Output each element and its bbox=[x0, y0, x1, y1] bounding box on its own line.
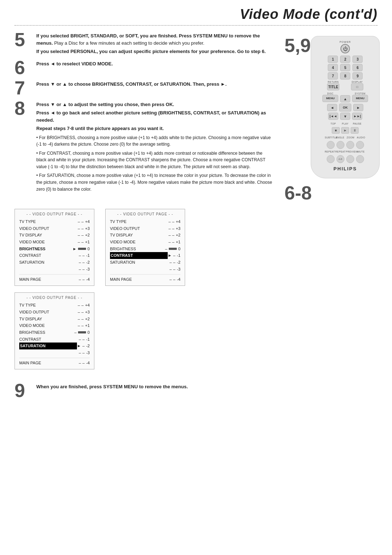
philips-logo: PHILIPS bbox=[334, 166, 357, 171]
menu3-row-brightness: BRIGHTNESS – 0 bbox=[19, 329, 90, 336]
menu2-row-videomode: VIDEO MODE ––+1 bbox=[110, 239, 180, 246]
circle-labels: SUBTITLE ANGLE ZOOM AUDIO bbox=[315, 136, 376, 139]
power-label: POWER bbox=[339, 41, 351, 43]
remote-column: 5,9 POWER ⏻ 1 2 3 4 bbox=[283, 32, 377, 202]
btn-4[interactable]: 4 bbox=[328, 64, 338, 71]
power-button[interactable]: ⏻ bbox=[340, 44, 350, 53]
btn-play[interactable]: ► bbox=[341, 127, 349, 134]
menu1-separator bbox=[19, 274, 90, 275]
btn-skip-back[interactable]: |◄◄ bbox=[328, 113, 338, 120]
menu1-row-tvdisplay: TV DISPLAY ––+2 bbox=[19, 232, 90, 239]
btn-audio[interactable] bbox=[356, 141, 364, 149]
btn-preview[interactable] bbox=[346, 155, 354, 163]
brightness-bar-3 bbox=[78, 331, 86, 333]
step-9: 9 When you are finished, press SYSTEM ME… bbox=[15, 383, 377, 400]
step-8-text3: Repeat steps 7-8 until the picture appea… bbox=[36, 125, 272, 132]
btn-return[interactable]: TITLE bbox=[327, 83, 339, 90]
menu2-row-empty: ––-3 bbox=[110, 266, 180, 273]
btn-pause[interactable]: ⏸ bbox=[351, 127, 359, 134]
dpad-row: ◄ OK ► bbox=[315, 104, 376, 112]
menu1-row-videooutput: VIDEO OUTPUT ––+3 bbox=[19, 225, 90, 232]
step-9-number: 9 bbox=[15, 381, 33, 400]
step-5-text2: If you selected PERSONAL, you can adjust… bbox=[36, 48, 272, 55]
btn-repeat[interactable] bbox=[327, 155, 335, 163]
step-6: 6 Press ◄ to reselect VIDEO MODE. bbox=[15, 60, 272, 77]
step-6-content: Press ◄ to reselect VIDEO MODE. bbox=[36, 60, 272, 69]
main-content: 5 If you selected BRIGHT, STANDARD, or S… bbox=[0, 26, 392, 202]
dpad-down-row: |◄◄ ▼ ►►| bbox=[315, 113, 376, 120]
btn-ok[interactable]: OK bbox=[339, 104, 351, 112]
btn-right[interactable]: ► bbox=[353, 104, 363, 111]
btn-angle[interactable] bbox=[336, 141, 344, 149]
step-5-number: 5 bbox=[15, 30, 33, 49]
btn-system-menu[interactable]: MENU bbox=[352, 95, 368, 102]
remote-wrapper: 5,9 POWER ⏻ 1 2 3 4 bbox=[281, 36, 380, 202]
btn-skip-fwd[interactable]: ►►| bbox=[352, 113, 362, 120]
btn-mute[interactable] bbox=[356, 155, 364, 163]
step-5: 5 If you selected BRIGHT, STANDARD, or S… bbox=[15, 32, 272, 57]
menu1-row-brightness: BRIGHTNESS ► 0 bbox=[19, 246, 90, 252]
step-6-number: 6 bbox=[15, 58, 33, 77]
step-9-text: When you are finished, press SYSTEM MENU… bbox=[36, 383, 377, 390]
btn-5[interactable]: 5 bbox=[340, 64, 350, 71]
btn-subtitle[interactable] bbox=[327, 141, 335, 149]
btn-zoom[interactable] bbox=[346, 141, 354, 149]
step-8-text1: Press ▼ or ▲ to adjust the setting you c… bbox=[36, 101, 272, 108]
repeat-labels: REPEAT REPEAT PREVIEW MUTE bbox=[315, 150, 376, 153]
circle-buttons bbox=[327, 141, 364, 149]
btn-disc-menu[interactable]: MENU bbox=[322, 95, 338, 102]
btn-repeat-ab[interactable]: A-B bbox=[336, 155, 344, 163]
btn-left[interactable]: ◄ bbox=[327, 104, 337, 111]
btn-up[interactable]: ▲ bbox=[340, 95, 350, 102]
menu3-row-empty: ––-3 bbox=[19, 349, 90, 356]
menu3-row-videooutput: VIDEO OUTPUT ––+3 bbox=[19, 309, 90, 316]
bullet-contrast: For CONTRAST, choosing a more positive v… bbox=[36, 150, 272, 170]
btn-stop[interactable]: ■ bbox=[332, 127, 340, 134]
btn-6[interactable]: 6 bbox=[352, 64, 363, 71]
remote-label-68: 6-8 bbox=[285, 183, 312, 202]
btn-7[interactable]: 7 bbox=[328, 72, 338, 80]
menu3-row-videomode: VIDEO MODE ––+1 bbox=[19, 322, 90, 329]
transport-labels: TOP PLAY PAUSE bbox=[315, 122, 376, 125]
step-5-content: If you selected BRIGHT, STANDARD, or SOF… bbox=[36, 32, 272, 57]
menu1-title: - - VIDEO OUTPUT PAGE - - bbox=[19, 212, 90, 216]
btn-3[interactable]: 3 bbox=[352, 56, 363, 63]
step-7-number: 7 bbox=[15, 78, 33, 97]
menus-row-bottom: - - VIDEO OUTPUT PAGE - - TV TYPE ––+4 V… bbox=[15, 292, 377, 369]
brightness-bar-2 bbox=[169, 248, 177, 250]
num-row-1: 1 2 3 bbox=[315, 56, 376, 63]
step-7: 7 Press ▼ or ▲ to choose BRIGHTNESS, CON… bbox=[15, 81, 272, 97]
menus-section: - - VIDEO OUTPUT PAGE - - TV TYPE ––+4 V… bbox=[0, 202, 392, 369]
menu1-row-videomode: VIDEO MODE ––+1 bbox=[19, 239, 90, 246]
step-9-section: 9 When you are finished, press SYSTEM ME… bbox=[0, 376, 392, 400]
repeat-buttons: A-B bbox=[327, 155, 364, 163]
menu3-row-tvtype: TV TYPE ––+4 bbox=[19, 302, 90, 309]
page-title: Video Mode (cont'd) bbox=[240, 7, 377, 22]
btn-8[interactable]: 8 bbox=[340, 72, 350, 80]
num-row-3: 7 8 9 bbox=[315, 72, 376, 80]
menu1-row-contrast: CONTRAST ––-1 bbox=[19, 252, 90, 259]
menu3-title: - - VIDEO OUTPUT PAGE - - bbox=[19, 296, 90, 300]
menu-screen-3: - - VIDEO OUTPUT PAGE - - TV TYPE ––+4 V… bbox=[15, 292, 94, 369]
brightness-bar-1 bbox=[78, 248, 86, 250]
page-header: Video Mode (cont'd) bbox=[0, 0, 392, 24]
step-5-text1: If you selected BRIGHT, STANDARD, or SOF… bbox=[36, 32, 272, 46]
menu2-separator bbox=[110, 274, 180, 275]
menu3-row-mainpage: MAIN PAGE ––-4 bbox=[19, 360, 90, 366]
menu2-row-saturation: SATURATION ––-2 bbox=[110, 259, 180, 266]
remote-label-59: 5,9 bbox=[285, 36, 311, 55]
btn-display[interactable]: □ bbox=[351, 83, 363, 90]
num-row-2: 4 5 6 bbox=[315, 64, 376, 71]
menu1-row-mainpage: MAIN PAGE ––-4 bbox=[19, 276, 90, 283]
transport-buttons: ■ ► ⏸ bbox=[332, 127, 359, 134]
step-8: 8 Press ▼ or ▲ to adjust the setting you… bbox=[15, 101, 272, 195]
menu2-row-brightness: BRIGHTNESS – 0 bbox=[110, 246, 180, 252]
menu2-title: - - VIDEO OUTPUT PAGE - - bbox=[110, 212, 180, 216]
btn-2[interactable]: 2 bbox=[340, 56, 350, 63]
menu2-row-contrast: CONTRAST ►–-1 bbox=[110, 252, 180, 259]
menu1-row-empty: ––-3 bbox=[19, 266, 90, 273]
btn-9[interactable]: 9 bbox=[352, 72, 363, 80]
btn-down[interactable]: ▼ bbox=[340, 113, 350, 120]
menu2-row-tvtype: TV TYPE ––+4 bbox=[110, 218, 180, 225]
btn-1[interactable]: 1 bbox=[328, 56, 338, 63]
